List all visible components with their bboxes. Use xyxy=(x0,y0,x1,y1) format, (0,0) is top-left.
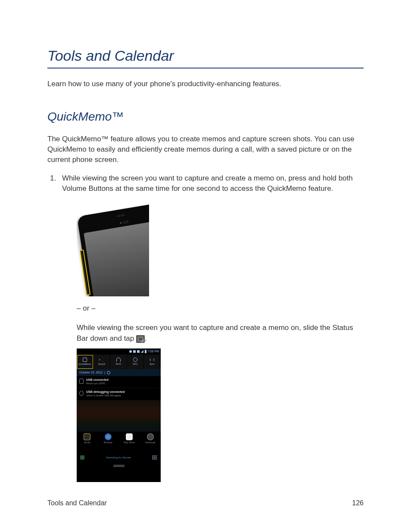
phone-volume-figure: ● LG xyxy=(77,201,149,296)
search-row: Searching for Service xyxy=(77,451,161,464)
status-bar: 7:00 PM xyxy=(77,348,161,355)
step-1: While viewing the screen you want to cap… xyxy=(47,173,364,482)
section-title: QuickMemo™ xyxy=(47,110,364,124)
dock-browser: Browser xyxy=(98,433,119,451)
quick-item-sound: Sound xyxy=(93,355,110,369)
quickmemo-toggle-icon xyxy=(83,358,87,362)
quick-item-wifi: Wi-Fi xyxy=(110,355,127,369)
email-icon xyxy=(84,433,90,440)
status-time: 7:00 PM xyxy=(148,349,159,354)
phone-logo: ● LG xyxy=(119,219,129,226)
quick-item-sync: Sync xyxy=(144,355,161,369)
alt-instruction-period: . xyxy=(145,334,147,342)
or-separator: – or – xyxy=(77,303,364,314)
panel-date: October 15, 2012 xyxy=(79,370,103,375)
quick-settings-row: QuickMemo Sound Wi-Fi NFC Sync xyxy=(77,355,161,369)
nfc-icon xyxy=(133,358,137,362)
chapter-intro: Learn how to use many of your phone's pr… xyxy=(47,80,364,88)
notification-title: USB debugging connected xyxy=(86,390,125,394)
alt-instruction: While viewing the screen you want to cap… xyxy=(77,322,364,344)
sync-icon xyxy=(150,358,154,362)
section-intro: The QuickMemo™ feature allows you to cre… xyxy=(47,134,364,165)
page-footer: Tools and Calendar 126 xyxy=(47,499,364,507)
search-text: Searching for Service xyxy=(106,456,131,459)
quick-item-nfc: NFC xyxy=(127,355,144,369)
notification-subtitle: Select to disable USB debugging. xyxy=(86,394,125,398)
alt-instruction-text: While viewing the screen you want to cap… xyxy=(77,324,353,343)
steps-list: While viewing the screen you want to cap… xyxy=(47,173,364,482)
voicemail-icon xyxy=(147,433,154,440)
notification-panel-figure: 7:00 PM QuickMemo Sound Wi-Fi NFC Sync O… xyxy=(77,348,161,482)
notification-debug: USB debugging connected Select to disabl… xyxy=(77,388,161,400)
panel-handle-icon xyxy=(77,464,161,467)
quick-item-quickmemo: QuickMemo xyxy=(77,355,93,369)
notification-title: USB connected xyxy=(86,378,109,382)
phone-screen xyxy=(84,219,149,296)
settings-gear-icon xyxy=(107,371,110,374)
phone-speaker-icon xyxy=(121,214,125,216)
notification-usb: USB connected Media sync (MTP) xyxy=(77,376,161,388)
dock-email: Email xyxy=(77,433,98,451)
date-separator: | xyxy=(104,370,105,375)
status-icon xyxy=(133,350,136,353)
usb-icon xyxy=(79,379,84,384)
dock-playstore: Play Store xyxy=(119,433,140,451)
sound-icon xyxy=(100,358,104,362)
wifi-icon xyxy=(116,358,121,362)
dock-row: Email Browser Play Store Voicemail xyxy=(77,432,161,451)
play-icon xyxy=(126,433,133,440)
apps-grid-icon xyxy=(152,455,157,460)
date-row: October 15, 2012 | xyxy=(77,369,161,376)
step-1-body: ● LG – or – While viewing the screen you… xyxy=(77,201,364,482)
footer-page-number: 126 xyxy=(352,499,364,507)
home-wallpaper xyxy=(77,401,161,432)
debug-icon xyxy=(79,391,84,396)
status-icon xyxy=(137,350,140,353)
status-icon xyxy=(129,350,132,353)
step-1-text: While viewing the screen you want to cap… xyxy=(62,174,353,193)
phone-mock: ● LG xyxy=(77,202,149,296)
quickmemo-icon xyxy=(136,335,145,343)
chapter-title: Tools and Calendar xyxy=(47,47,364,68)
battery-icon xyxy=(145,350,146,353)
footer-section: Tools and Calendar xyxy=(47,499,107,507)
notification-subtitle: Media sync (MTP) xyxy=(86,382,109,386)
browser-icon xyxy=(105,433,112,440)
signal-icon xyxy=(141,350,143,353)
dock-voicemail: Voicemail xyxy=(140,433,161,451)
dialer-icon xyxy=(80,455,84,460)
